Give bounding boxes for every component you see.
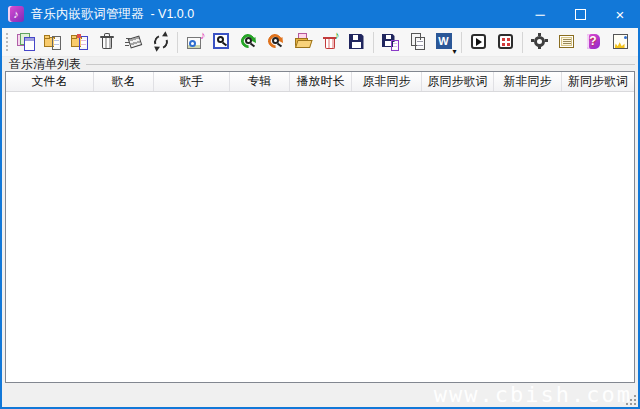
toolbar: ♪ ♪ W▾ ? <box>2 28 638 57</box>
copy-list-button[interactable] <box>404 29 431 55</box>
minimize-button[interactable]: ─ <box>520 0 560 28</box>
search-icon <box>213 33 231 51</box>
refresh-button[interactable] <box>147 29 174 55</box>
column-header-orig-synced[interactable]: 原同步歌词 <box>422 72 494 91</box>
clear-list-button[interactable] <box>120 29 147 55</box>
play-icon <box>470 33 488 51</box>
import-folder-button[interactable] <box>66 29 93 55</box>
column-header-filename[interactable]: 文件名 <box>6 72 94 91</box>
settings-button[interactable] <box>526 29 553 55</box>
gear-icon <box>531 33 549 51</box>
eraser-icon <box>125 33 143 51</box>
toolbar-separator <box>177 32 178 53</box>
batch-button[interactable] <box>492 29 519 55</box>
minimize-icon: ─ <box>535 7 544 22</box>
paste-folder-button[interactable] <box>39 29 66 55</box>
app-window: ♪ 音乐内嵌歌词管理器 - V1.0.0 ─ × ♪ ♪ W▾ <box>0 0 640 409</box>
import-folder-icon <box>71 33 89 51</box>
watermark: www.cbish.com <box>434 382 632 407</box>
maximize-icon <box>575 9 586 20</box>
word-export-button[interactable]: W▾ <box>431 29 458 55</box>
play-button[interactable] <box>465 29 492 55</box>
help-icon: ? <box>585 33 603 51</box>
music-settings-button[interactable]: ♪ <box>181 29 208 55</box>
column-header-artist[interactable]: 歌手 <box>154 72 230 91</box>
column-header-orig-unsynced[interactable]: 原非同步 <box>352 72 422 91</box>
about-button[interactable] <box>607 29 634 55</box>
copy-icon <box>409 33 427 51</box>
column-header-album[interactable]: 专辑 <box>230 72 290 91</box>
table-header-row: 文件名 歌名 歌手 专辑 播放时长 原非同步 原同步歌词 新非同步 新同步歌词 <box>6 72 634 92</box>
main-content: 音乐清单列表 文件名 歌名 歌手 专辑 播放时长 原非同步 原同步歌词 新非同步… <box>2 58 638 383</box>
save-list-icon <box>382 33 400 51</box>
license-button[interactable] <box>553 29 580 55</box>
delete-lyrics-icon: ♪ <box>321 33 339 51</box>
column-header-new-unsynced[interactable]: 新非同步 <box>494 72 562 91</box>
titlebar[interactable]: ♪ 音乐内嵌歌词管理器 - V1.0.0 ─ × <box>0 0 640 28</box>
groupbox-header: 音乐清单列表 <box>2 58 638 70</box>
groupbox-border-line <box>86 64 635 65</box>
column-header-duration[interactable]: 播放时长 <box>290 72 352 91</box>
column-header-new-synced[interactable]: 新同步歌词 <box>562 72 634 91</box>
delete-button[interactable] <box>93 29 120 55</box>
paste-folder-icon <box>44 33 62 51</box>
window-controls: ─ × <box>520 0 640 28</box>
delete-lyrics-button[interactable]: ♪ <box>316 29 343 55</box>
search-sync-orange-icon <box>267 33 285 51</box>
word-icon: W▾ <box>436 33 454 51</box>
column-header-songname[interactable]: 歌名 <box>94 72 154 91</box>
app-icon: ♪ <box>8 6 24 22</box>
search-resync-button[interactable] <box>262 29 289 55</box>
toolbar-gripper[interactable] <box>5 32 9 52</box>
save-icon <box>348 33 366 51</box>
close-button[interactable]: × <box>600 0 640 28</box>
toolbar-separator <box>522 32 523 53</box>
close-icon: × <box>616 6 625 23</box>
group-label: 音乐清单列表 <box>9 56 81 73</box>
add-files-icon <box>17 33 35 51</box>
about-icon <box>612 33 630 51</box>
open-folder-icon <box>294 33 312 51</box>
toolbar-separator <box>373 32 374 53</box>
save-list-button[interactable] <box>377 29 404 55</box>
toolbar-separator <box>461 32 462 53</box>
music-list-table: 文件名 歌名 歌手 专辑 播放时长 原非同步 原同步歌词 新非同步 新同步歌词 <box>5 71 635 383</box>
trash-icon <box>98 33 116 51</box>
maximize-button[interactable] <box>560 0 600 28</box>
window-title: 音乐内嵌歌词管理器 - V1.0.0 <box>31 6 194 23</box>
save-button[interactable] <box>343 29 370 55</box>
search-sync-green-icon <box>240 33 258 51</box>
add-files-button[interactable] <box>12 29 39 55</box>
help-button[interactable]: ? <box>580 29 607 55</box>
batch-dots-icon <box>497 33 515 51</box>
table-body-empty[interactable] <box>6 92 634 382</box>
search-button[interactable] <box>208 29 235 55</box>
license-icon <box>558 33 576 51</box>
open-folder-button[interactable] <box>289 29 316 55</box>
music-settings-icon: ♪ <box>186 33 204 51</box>
search-sync-button[interactable] <box>235 29 262 55</box>
refresh-icon <box>152 33 170 51</box>
